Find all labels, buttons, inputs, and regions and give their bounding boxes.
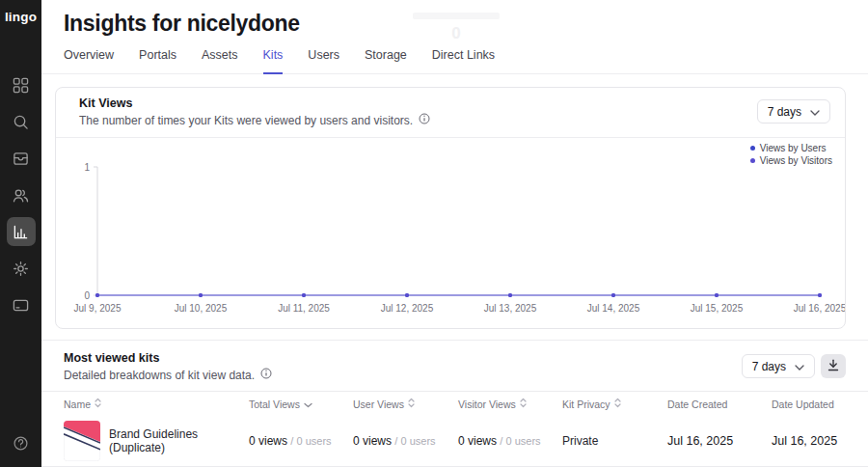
insights-app: lingo: [0, 0, 868, 467]
sidebar-nav: [7, 70, 36, 319]
views-value: 0 views: [458, 434, 497, 448]
tab-direct-links[interactable]: Direct Links: [432, 48, 495, 73]
views-users-sub: / 0 users: [394, 435, 435, 447]
column-label: Date Updated: [772, 398, 834, 410]
column-header-date-created: Date Created: [667, 398, 772, 410]
svg-text:Jul 10, 2025: Jul 10, 2025: [175, 303, 228, 314]
svg-text:Jul 14, 2025: Jul 14, 2025: [587, 303, 640, 314]
column-label: Name: [64, 398, 91, 410]
most-viewed-subtitle: Detailed breakdowns of kit view data.: [64, 369, 255, 382]
svg-text:0: 0: [84, 290, 90, 301]
kit-name: Brand Guidelines (Duplicate): [109, 427, 249, 454]
table-body: Brand Guidelines (Duplicate)0 views / 0 …: [41, 416, 868, 467]
most-viewed-title: Most viewed kits: [64, 351, 272, 365]
legend-label: Views by Users: [760, 143, 827, 153]
settings-gear-icon[interactable]: [7, 254, 36, 283]
inbox-icon[interactable]: [7, 144, 36, 173]
table-row[interactable]: Brand Guidelines (Duplicate)0 views / 0 …: [41, 416, 868, 467]
column-header-visitor-views[interactable]: Visitor Views: [458, 398, 562, 410]
svg-text:Jul 9, 2025: Jul 9, 2025: [74, 303, 122, 314]
chevron-down-icon: [795, 360, 804, 373]
help-question-icon[interactable]: [7, 428, 36, 457]
tab-kits[interactable]: Kits: [263, 48, 284, 74]
svg-text:Jul 11, 2025: Jul 11, 2025: [278, 303, 330, 314]
column-label: Date Created: [667, 398, 727, 410]
chevron-down-icon: [810, 105, 820, 119]
tab-storage[interactable]: Storage: [365, 48, 407, 73]
date-created-cell: Jul 16, 2025: [667, 434, 772, 448]
sort-down-icon: [304, 398, 312, 410]
sidebar: lingo: [0, 0, 41, 467]
svg-text:Jul 16, 2025: Jul 16, 2025: [794, 303, 845, 314]
most-viewed-range-dropdown[interactable]: 7 days: [742, 354, 815, 378]
kit-thumbnail: [64, 421, 100, 461]
lingo-logo: lingo: [5, 10, 37, 24]
column-header-name[interactable]: Name: [41, 398, 249, 410]
svg-text:Jul 12, 2025: Jul 12, 2025: [381, 303, 434, 314]
views-value: 0 views: [353, 434, 392, 448]
users-icon[interactable]: [7, 180, 36, 209]
sort-icon: [614, 398, 621, 410]
table-header-row: NameTotal ViewsUser ViewsVisitor ViewsKi…: [41, 391, 868, 416]
column-label: Total Views: [249, 398, 300, 410]
kit-views-header: Kit Views The number of times your Kits …: [56, 88, 845, 137]
column-label: User Views: [353, 398, 404, 410]
legend-item: Views by Users: [750, 143, 832, 153]
total-views-cell: 0 views / 0 users: [249, 434, 353, 448]
sort-icon: [408, 398, 415, 410]
kit-views-chart: Views by UsersViews by Visitors 01Jul 9,…: [56, 137, 845, 328]
column-label: Visitor Views: [458, 398, 516, 410]
column-label: Kit Privacy: [562, 398, 610, 410]
ghost-stat: 0: [413, 13, 500, 43]
grid-icon[interactable]: [7, 70, 36, 99]
column-header-total-views[interactable]: Total Views: [249, 398, 353, 410]
svg-text:1: 1: [84, 162, 90, 173]
info-icon[interactable]: [419, 113, 430, 127]
kit-views-range-dropdown[interactable]: 7 days: [757, 99, 830, 124]
ghost-stat-label: [413, 13, 500, 19]
search-icon[interactable]: [7, 107, 36, 136]
svg-text:Jul 13, 2025: Jul 13, 2025: [484, 303, 537, 314]
chart-legend: Views by UsersViews by Visitors: [750, 141, 832, 166]
legend-dot-icon: [750, 146, 755, 151]
views-value: 0 views: [249, 434, 287, 448]
tab-assets[interactable]: Assets: [202, 48, 238, 73]
column-header-user-views[interactable]: User Views: [353, 398, 458, 410]
kit-privacy-cell: Private: [562, 434, 667, 448]
visitor-views-cell: 0 views / 0 users: [458, 434, 562, 448]
kit-views-card: Kit Views The number of times your Kits …: [55, 87, 846, 329]
column-header-kit-privacy[interactable]: Kit Privacy: [562, 398, 667, 410]
legend-dot-icon: [750, 158, 755, 163]
download-icon: [827, 359, 839, 374]
download-button[interactable]: [821, 354, 846, 378]
kits-table: NameTotal ViewsUser ViewsVisitor ViewsKi…: [41, 391, 868, 467]
kit-views-title: Kit Views: [79, 96, 430, 110]
tabs: OverviewPortalsAssetsKitsUsersStorageDir…: [41, 48, 868, 74]
sort-icon: [95, 398, 101, 410]
svg-text:Jul 15, 2025: Jul 15, 2025: [691, 303, 744, 314]
sort-icon: [520, 398, 527, 410]
views-users-sub: / 0 users: [500, 435, 540, 447]
user-views-cell: 0 views / 0 users: [353, 434, 458, 448]
tab-portals[interactable]: Portals: [139, 48, 176, 73]
views-users-sub: / 0 users: [290, 435, 331, 447]
legend-item: Views by Visitors: [750, 155, 832, 166]
kit-views-subtitle: The number of times your Kits were viewe…: [79, 114, 413, 127]
column-header-date-updated: Date Updated: [772, 398, 868, 410]
billing-card-icon[interactable]: [7, 290, 36, 319]
kit-name-cell: Brand Guidelines (Duplicate): [41, 421, 249, 461]
insights-chart-icon[interactable]: [7, 217, 36, 246]
most-viewed-header: Most viewed kits Detailed breakdowns of …: [64, 341, 846, 382]
ghost-stat-value: 0: [413, 24, 500, 43]
info-icon[interactable]: [260, 368, 272, 382]
date-updated-cell: Jul 16, 2025: [772, 434, 868, 448]
legend-label: Views by Visitors: [760, 155, 832, 166]
tab-overview[interactable]: Overview: [64, 48, 114, 73]
tab-users[interactable]: Users: [308, 48, 339, 73]
main-content: Insights for nicelydone 0 OverviewPortal…: [41, 0, 868, 467]
